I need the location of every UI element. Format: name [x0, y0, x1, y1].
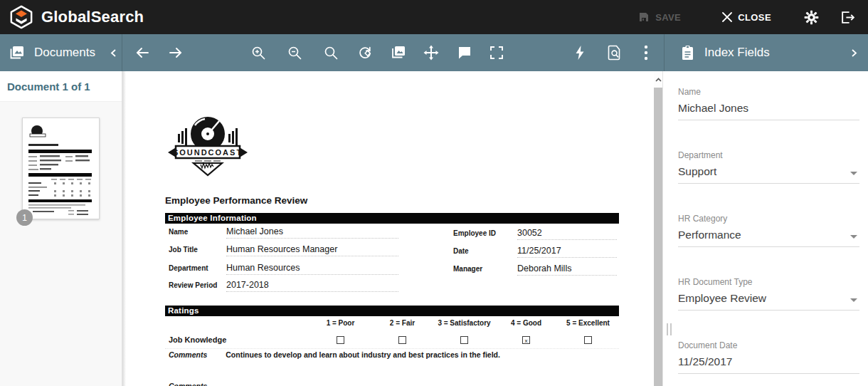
save-button[interactable]: SAVE — [634, 11, 685, 24]
photo-library-icon — [9, 44, 26, 61]
field-label: Name — [678, 88, 859, 97]
thumbnail-preview-image — [23, 118, 97, 217]
info-row: Employee ID30052 — [453, 228, 619, 240]
dropdown-arrow-icon[interactable] — [850, 235, 857, 239]
logo-text: SOUNDCOAST — [173, 148, 243, 157]
kebab-menu-icon[interactable] — [642, 43, 650, 62]
search-icon[interactable] — [322, 44, 340, 62]
app-title: GlobalSearch — [41, 8, 144, 26]
comments-row: Comments Continues to develop and learn … — [169, 350, 500, 359]
zoom-out-icon[interactable] — [286, 44, 304, 62]
gear-icon — [804, 10, 819, 25]
field-document-date: Document Date — [678, 341, 859, 374]
back-arrow-icon[interactable] — [133, 43, 152, 62]
rating-checkbox — [460, 336, 468, 344]
document-date-input[interactable] — [678, 352, 859, 373]
rating-checkbox — [584, 336, 592, 344]
document-title: Employee Performance Review — [165, 195, 307, 206]
hr-document-type-select[interactable] — [678, 288, 859, 310]
document-count-label: Document 1 of 1 — [0, 71, 122, 102]
document-search-icon[interactable] — [605, 43, 623, 63]
field-label: Document Date — [678, 341, 859, 350]
documents-label: Documents — [34, 46, 95, 60]
info-row: Job TitleHuman Resources Manager — [169, 244, 435, 256]
rating-checkbox — [398, 336, 406, 344]
lightning-icon[interactable] — [572, 43, 588, 62]
ratings-header: Ratings — [165, 306, 619, 316]
viewer-toolbar: Documents — [0, 34, 868, 71]
logout-icon — [840, 10, 855, 25]
info-row: Review Period2017-2018 — [169, 280, 435, 292]
globalsearch-logo-icon — [9, 5, 33, 29]
clipboard-icon — [680, 45, 695, 61]
name-input[interactable] — [678, 98, 859, 120]
ratings-scale-header: 1 = Poor 2 = Fair 3 = Satisfactory 4 = G… — [165, 319, 619, 327]
brand: GlobalSearch — [0, 5, 144, 29]
pages-icon[interactable] — [388, 43, 408, 63]
dropdown-arrow-icon[interactable] — [850, 172, 857, 175]
rotate-icon[interactable] — [356, 43, 374, 62]
info-row: ManagerDeborah Mills — [453, 264, 619, 276]
employee-information-header: Employee Information — [165, 213, 619, 224]
logout-button[interactable] — [840, 10, 855, 25]
documents-header: Documents — [0, 34, 122, 71]
rating-checkbox-checked: x — [522, 336, 530, 344]
index-fields-panel: Name Department HR Category HR Document … — [662, 71, 868, 386]
field-label: HR Document Type — [678, 278, 859, 287]
page-edge-shadow — [122, 71, 126, 386]
forward-arrow-icon[interactable] — [166, 43, 185, 62]
settings-button[interactable] — [804, 10, 819, 25]
document-viewer: SOUNDCOAST Employee Performance Review E… — [122, 71, 654, 386]
info-row: Date11/25/2017 — [453, 246, 619, 258]
toolbar-actions — [122, 34, 664, 71]
field-name: Name — [678, 88, 859, 120]
hr-category-select[interactable] — [678, 225, 859, 246]
page-number-badge: 1 — [16, 209, 33, 226]
info-row: DepartmentHuman Resources — [169, 263, 435, 275]
field-hr-document-type: HR Document Type — [678, 278, 859, 311]
field-department: Department — [678, 151, 859, 184]
scrollbar-thumb[interactable] — [654, 88, 662, 386]
fullscreen-icon[interactable] — [488, 44, 505, 61]
rating-checkbox — [337, 336, 344, 344]
field-label: HR Category — [678, 214, 859, 224]
index-fields-header: Index Fields — [664, 34, 868, 71]
document-thumbnail[interactable]: 1 — [22, 118, 100, 219]
info-row: NameMichael Jones — [169, 226, 435, 239]
department-select[interactable] — [678, 162, 859, 183]
chevron-up-icon — [655, 78, 662, 82]
comments-row-cutoff: Comments — [169, 382, 207, 386]
comment-icon[interactable] — [455, 43, 474, 62]
thumbnails-sidebar: Document 1 of 1 — [0, 71, 122, 386]
soundcoast-logo: SOUNDCOAST — [168, 115, 248, 179]
viewer-scrollbar[interactable] — [654, 71, 662, 386]
panel-drag-handle[interactable] — [667, 323, 672, 335]
collapse-right-icon[interactable] — [850, 48, 858, 58]
field-label: Department — [678, 151, 859, 160]
scroll-up-button[interactable] — [654, 71, 662, 88]
index-fields-label: Index Fields — [704, 46, 770, 60]
close-icon — [722, 12, 732, 22]
collapse-left-icon[interactable] — [110, 48, 117, 58]
save-icon — [638, 11, 650, 23]
rating-row-job-knowledge: Job Knowledge x — [165, 333, 619, 349]
dropdown-arrow-icon[interactable] — [850, 298, 857, 302]
pan-icon[interactable] — [422, 43, 441, 63]
top-bar: GlobalSearch SAVE CLOSE — [0, 0, 868, 34]
close-button[interactable]: CLOSE — [718, 11, 776, 24]
zoom-in-icon[interactable] — [250, 44, 268, 62]
field-hr-category: HR Category — [678, 214, 859, 247]
